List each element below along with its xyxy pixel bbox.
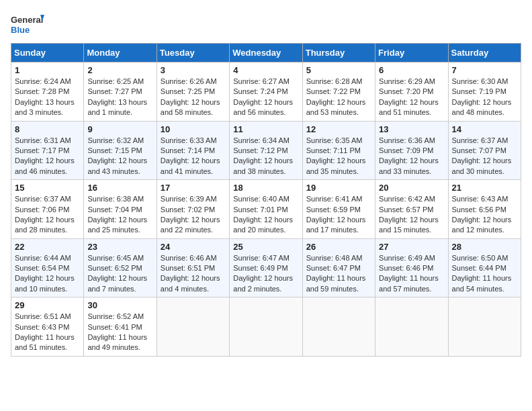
day-number: 6 xyxy=(379,65,444,75)
daylight: Daylight: 12 hours and 48 minutes. xyxy=(452,98,512,116)
cell-info: Sunrise: 6:37 AM Sunset: 7:06 PM Dayligh… xyxy=(15,194,80,236)
daylight: Daylight: 12 hours and 2 minutes. xyxy=(233,274,293,292)
sunset: Sunset: 6:49 PM xyxy=(233,264,287,272)
sunrise: Sunrise: 6:44 AM xyxy=(15,254,71,262)
day-cell xyxy=(375,298,448,357)
daylight: Daylight: 11 hours and 51 minutes. xyxy=(15,333,75,351)
daylight: Daylight: 11 hours and 57 minutes. xyxy=(379,274,439,292)
sunset: Sunset: 7:07 PM xyxy=(452,146,506,154)
sunrise: Sunrise: 6:41 AM xyxy=(306,195,363,203)
day-number: 15 xyxy=(15,183,80,193)
col-header-friday: Friday xyxy=(375,44,448,62)
daylight: Daylight: 12 hours and 56 minutes. xyxy=(233,98,293,116)
daylight: Daylight: 13 hours and 3 minutes. xyxy=(15,98,75,116)
sunset: Sunset: 7:01 PM xyxy=(233,205,287,214)
day-cell: 10 Sunrise: 6:33 AM Sunset: 7:14 PM Dayl… xyxy=(157,121,229,180)
sunset: Sunset: 7:17 PM xyxy=(15,146,69,154)
sunrise: Sunrise: 6:32 AM xyxy=(87,136,144,144)
day-number: 11 xyxy=(233,124,298,134)
cell-info: Sunrise: 6:41 AM Sunset: 6:59 PM Dayligh… xyxy=(306,194,371,236)
cell-info: Sunrise: 6:36 AM Sunset: 7:09 PM Dayligh… xyxy=(379,136,444,177)
sunset: Sunset: 6:43 PM xyxy=(15,323,69,331)
day-cell: 19 Sunrise: 6:41 AM Sunset: 6:59 PM Dayl… xyxy=(302,180,375,239)
sunrise: Sunrise: 6:29 AM xyxy=(379,77,435,85)
column-headers: SundayMondayTuesdayWednesdayThursdayFrid… xyxy=(11,44,521,62)
day-number: 2 xyxy=(87,65,152,75)
logo-svg: General Blue xyxy=(11,11,44,38)
sunrise: Sunrise: 6:34 AM xyxy=(233,136,290,144)
logo: General Blue xyxy=(11,11,44,38)
week-row-3: 15 Sunrise: 6:37 AM Sunset: 7:06 PM Dayl… xyxy=(11,180,521,239)
cell-info: Sunrise: 6:51 AM Sunset: 6:43 PM Dayligh… xyxy=(15,312,80,353)
cell-info: Sunrise: 6:34 AM Sunset: 7:12 PM Dayligh… xyxy=(233,136,298,177)
cell-info: Sunrise: 6:42 AM Sunset: 6:57 PM Dayligh… xyxy=(379,194,444,236)
daylight: Daylight: 11 hours and 49 minutes. xyxy=(87,333,147,351)
sunset: Sunset: 7:12 PM xyxy=(233,146,287,154)
day-number: 20 xyxy=(379,183,444,193)
daylight: Daylight: 12 hours and 51 minutes. xyxy=(379,98,439,116)
sunrise: Sunrise: 6:42 AM xyxy=(379,195,435,203)
day-cell: 29 Sunrise: 6:51 AM Sunset: 6:43 PM Dayl… xyxy=(11,298,84,357)
day-cell: 6 Sunrise: 6:29 AM Sunset: 7:20 PM Dayli… xyxy=(375,62,448,122)
daylight: Daylight: 12 hours and 20 minutes. xyxy=(233,216,293,234)
day-cell: 24 Sunrise: 6:46 AM Sunset: 6:51 PM Dayl… xyxy=(157,238,229,298)
svg-text:Blue: Blue xyxy=(11,25,30,35)
col-header-tuesday: Tuesday xyxy=(157,44,229,62)
day-cell: 21 Sunrise: 6:43 AM Sunset: 6:56 PM Dayl… xyxy=(448,180,521,239)
day-number: 10 xyxy=(161,124,226,134)
sunrise: Sunrise: 6:31 AM xyxy=(15,136,71,144)
svg-text:General: General xyxy=(11,15,43,25)
cell-info: Sunrise: 6:50 AM Sunset: 6:44 PM Dayligh… xyxy=(452,253,517,295)
day-number: 9 xyxy=(87,124,152,134)
sunrise: Sunrise: 6:26 AM xyxy=(161,77,217,85)
day-cell xyxy=(157,298,229,357)
day-number: 26 xyxy=(306,242,371,252)
daylight: Daylight: 12 hours and 38 minutes. xyxy=(233,156,293,175)
daylight: Daylight: 12 hours and 25 minutes. xyxy=(87,216,147,234)
daylight: Daylight: 12 hours and 33 minutes. xyxy=(379,156,439,175)
sunset: Sunset: 7:14 PM xyxy=(161,146,215,154)
sunset: Sunset: 6:46 PM xyxy=(379,264,433,272)
daylight: Daylight: 12 hours and 28 minutes. xyxy=(15,216,75,234)
day-cell: 16 Sunrise: 6:38 AM Sunset: 7:04 PM Dayl… xyxy=(84,180,157,239)
sunrise: Sunrise: 6:30 AM xyxy=(452,77,508,85)
sunrise: Sunrise: 6:33 AM xyxy=(161,136,217,144)
daylight: Daylight: 12 hours and 43 minutes. xyxy=(87,156,147,175)
sunrise: Sunrise: 6:35 AM xyxy=(306,136,363,144)
day-number: 13 xyxy=(379,124,444,134)
daylight: Daylight: 12 hours and 46 minutes. xyxy=(15,156,75,175)
sunset: Sunset: 7:19 PM xyxy=(452,87,506,95)
day-cell: 27 Sunrise: 6:49 AM Sunset: 6:46 PM Dayl… xyxy=(375,238,448,298)
sunrise: Sunrise: 6:38 AM xyxy=(87,195,144,203)
cell-info: Sunrise: 6:35 AM Sunset: 7:11 PM Dayligh… xyxy=(306,136,371,177)
col-header-wednesday: Wednesday xyxy=(230,44,302,62)
sunset: Sunset: 6:59 PM xyxy=(306,205,361,214)
sunrise: Sunrise: 6:40 AM xyxy=(233,195,290,203)
cell-info: Sunrise: 6:40 AM Sunset: 7:01 PM Dayligh… xyxy=(233,194,298,236)
day-number: 21 xyxy=(452,183,517,193)
cell-info: Sunrise: 6:28 AM Sunset: 7:22 PM Dayligh… xyxy=(306,77,371,118)
day-cell: 26 Sunrise: 6:48 AM Sunset: 6:47 PM Dayl… xyxy=(302,238,375,298)
logo-text-block: General Blue xyxy=(11,11,44,38)
sunset: Sunset: 7:20 PM xyxy=(379,87,433,95)
daylight: Daylight: 12 hours and 58 minutes. xyxy=(161,98,220,116)
sunset: Sunset: 7:24 PM xyxy=(233,87,287,95)
day-number: 1 xyxy=(15,65,80,75)
sunrise: Sunrise: 6:28 AM xyxy=(306,77,363,85)
sunrise: Sunrise: 6:37 AM xyxy=(15,195,71,203)
sunset: Sunset: 6:47 PM xyxy=(306,264,361,272)
day-number: 27 xyxy=(379,242,444,252)
daylight: Daylight: 12 hours and 53 minutes. xyxy=(306,98,366,116)
sunset: Sunset: 6:52 PM xyxy=(87,264,142,272)
daylight: Daylight: 12 hours and 17 minutes. xyxy=(306,216,366,234)
day-cell: 13 Sunrise: 6:36 AM Sunset: 7:09 PM Dayl… xyxy=(375,121,448,180)
day-cell: 17 Sunrise: 6:39 AM Sunset: 7:02 PM Dayl… xyxy=(157,180,229,239)
daylight: Daylight: 12 hours and 12 minutes. xyxy=(452,216,512,234)
day-number: 30 xyxy=(87,300,152,310)
daylight: Daylight: 12 hours and 41 minutes. xyxy=(161,156,220,175)
cell-info: Sunrise: 6:46 AM Sunset: 6:51 PM Dayligh… xyxy=(161,253,226,295)
sunrise: Sunrise: 6:37 AM xyxy=(452,136,508,144)
col-header-sunday: Sunday xyxy=(11,44,84,62)
sunrise: Sunrise: 6:52 AM xyxy=(87,312,144,320)
cell-info: Sunrise: 6:49 AM Sunset: 6:46 PM Dayligh… xyxy=(379,253,444,295)
